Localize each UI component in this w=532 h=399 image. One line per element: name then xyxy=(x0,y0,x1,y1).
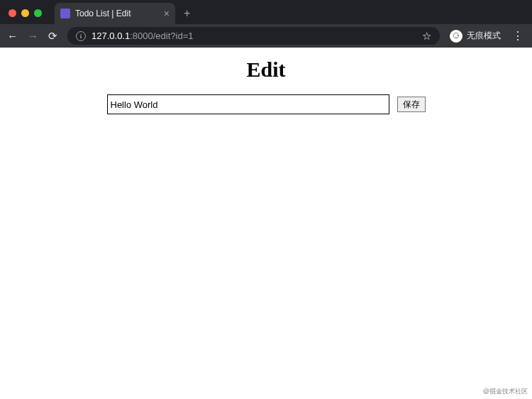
reload-button[interactable]: ⟳ xyxy=(48,30,57,43)
incognito-icon: ⚆ xyxy=(450,30,462,43)
forward-button[interactable]: → xyxy=(28,30,38,42)
todo-text-input[interactable] xyxy=(107,94,389,114)
browser-menu-button[interactable]: ⋮ xyxy=(511,29,525,43)
edit-form: 保存 xyxy=(0,94,532,114)
close-window-icon[interactable] xyxy=(9,9,16,17)
url-path: :8000/edit?id=1 xyxy=(130,31,193,41)
browser-tab[interactable]: Todo List | Edit × xyxy=(55,3,175,24)
new-tab-button[interactable]: + xyxy=(175,7,197,24)
url-text: 127.0.0.1:8000/edit?id=1 xyxy=(92,31,416,41)
page-title: Edit xyxy=(0,58,532,82)
watermark: @掘金技术社区 xyxy=(483,387,528,396)
site-info-icon[interactable]: i xyxy=(76,31,86,41)
minimize-window-icon[interactable] xyxy=(21,9,29,17)
incognito-label: 无痕模式 xyxy=(467,30,501,42)
page-content: Edit 保存 xyxy=(0,48,532,114)
save-button[interactable]: 保存 xyxy=(397,97,426,112)
maximize-window-icon[interactable] xyxy=(34,9,42,17)
nav-toolbar: ← → ⟳ i 127.0.0.1:8000/edit?id=1 ☆ ⚆ 无痕模… xyxy=(0,24,532,48)
browser-chrome: Todo List | Edit × + ← → ⟳ i 127.0.0.1:8… xyxy=(0,0,532,48)
close-tab-icon[interactable]: × xyxy=(164,9,170,18)
tab-title: Todo List | Edit xyxy=(75,9,159,18)
bookmark-star-icon[interactable]: ☆ xyxy=(422,30,431,43)
incognito-badge: ⚆ 无痕模式 xyxy=(450,30,501,43)
address-bar[interactable]: i 127.0.0.1:8000/edit?id=1 ☆ xyxy=(67,27,440,45)
window-controls xyxy=(6,9,48,24)
tab-strip: Todo List | Edit × + xyxy=(0,0,532,24)
back-button[interactable]: ← xyxy=(7,30,18,42)
url-host: 127.0.0.1 xyxy=(92,31,130,41)
favicon-icon xyxy=(60,9,70,18)
